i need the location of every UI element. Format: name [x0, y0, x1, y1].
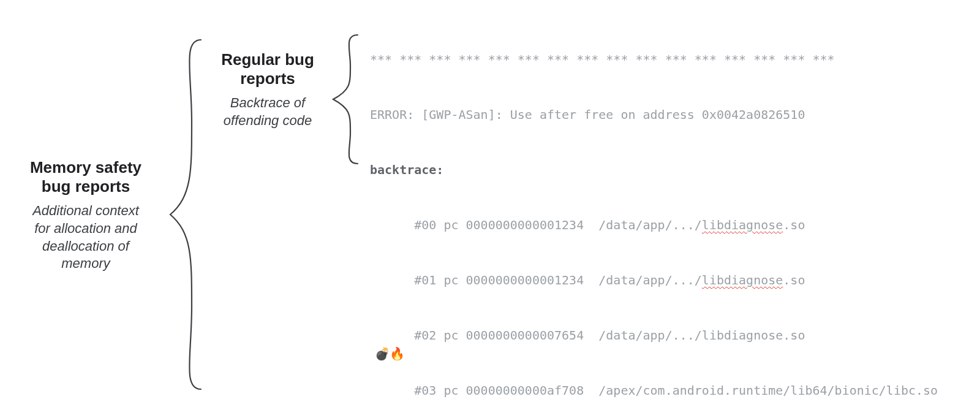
log-separator: *** *** *** *** *** *** *** *** *** *** …: [370, 50, 938, 69]
inner-sub-line-2: offending code: [224, 113, 312, 128]
outer-sub-line-4: memory: [61, 256, 110, 271]
diagram-stage: Memory safety bug reports Additional con…: [0, 0, 980, 399]
backtrace-frame-1: #01 pc 0000000000001234 /data/app/.../li…: [370, 271, 938, 289]
outer-title-line-1: Memory safety: [30, 158, 141, 177]
bt1-c: .so: [783, 273, 805, 287]
bomb-icon: 💣: [375, 344, 390, 363]
log-error-line: ERROR: [GWP-ASan]: Use after free on add…: [370, 105, 938, 124]
outer-sub-line-1: Additional context: [32, 203, 139, 218]
fire-icon: 🔥: [390, 344, 405, 363]
inner-sub-line-1: Backtrace of: [230, 95, 305, 110]
outer-label-block: Memory safety bug reports Additional con…: [12, 158, 159, 273]
backtrace-header: backtrace:: [370, 161, 938, 179]
bt1-b-squiggle: libdiagnose: [702, 273, 783, 287]
outer-label-subtitle: Additional context for allocation and de…: [12, 202, 159, 272]
outer-brace-icon: [164, 37, 207, 392]
backtrace-frame-0: #00 pc 0000000000001234 /data/app/.../li…: [370, 216, 938, 234]
inner-label-title: Regular bug reports: [209, 50, 326, 88]
outer-sub-line-3: deallocation of: [42, 238, 129, 254]
inner-brace-icon: [327, 32, 363, 167]
outer-title-line-2: bug reports: [42, 177, 130, 196]
bt0-c: .so: [783, 218, 805, 232]
bt0-b-squiggle: libdiagnose: [702, 218, 783, 232]
inner-title-line-2: reports: [240, 69, 295, 88]
inner-label-subtitle: Backtrace of offending code: [209, 94, 326, 129]
backtrace-frame-3: #03 pc 00000000000af708 /apex/com.androi…: [370, 381, 938, 399]
inner-label-block: Regular bug reports Backtrace of offendi…: [209, 50, 326, 130]
outer-label-title: Memory safety bug reports: [12, 158, 159, 196]
crash-log: *** *** *** *** *** *** *** *** *** *** …: [370, 13, 938, 399]
backtrace-frame-2: #02 pc 0000000000007654 /data/app/.../li…: [370, 326, 938, 344]
outer-sub-line-2: for allocation and: [34, 221, 137, 236]
bt0-a: #00 pc 0000000000001234 /data/app/.../: [370, 218, 702, 232]
inner-title-line-1: Regular bug: [221, 50, 314, 69]
bt1-a: #01 pc 0000000000001234 /data/app/.../: [370, 273, 702, 287]
